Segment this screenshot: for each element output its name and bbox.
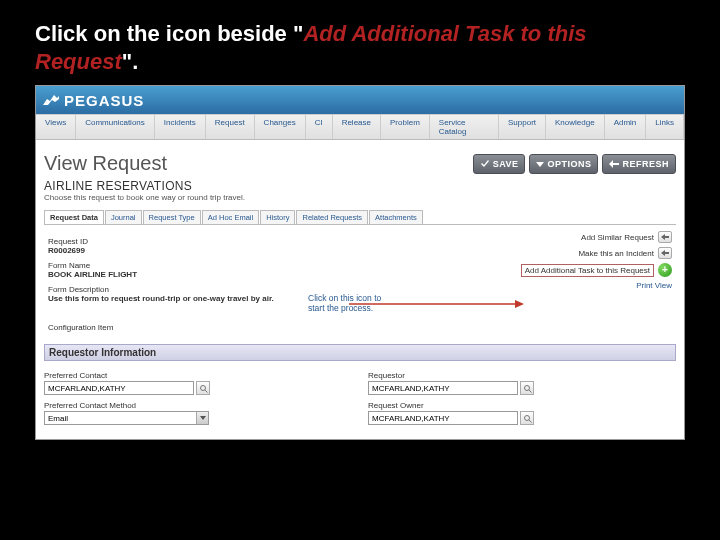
- pref-contact-label: Preferred Contact: [44, 371, 352, 380]
- callout-text: Click on this icon to start the process.: [308, 293, 391, 313]
- menu-release[interactable]: Release: [333, 115, 381, 139]
- form-name-value: BOOK AIRLINE FLIGHT: [48, 270, 391, 279]
- svg-line-7: [529, 420, 532, 423]
- menu-changes[interactable]: Changes: [255, 115, 306, 139]
- save-button[interactable]: SAVE: [473, 154, 526, 174]
- tab-request-type[interactable]: Request Type: [143, 210, 201, 224]
- grid-right: Requestor Request Owner: [368, 371, 676, 431]
- menu-request[interactable]: Request: [206, 115, 255, 139]
- page-title: View Request: [44, 152, 167, 175]
- config-item-label: Configuration Item: [48, 323, 391, 332]
- tab-ad-hoc-email[interactable]: Ad Hoc Email: [202, 210, 259, 224]
- instruction-pre: Click on the icon beside ": [35, 21, 303, 46]
- print-view-link[interactable]: Print View: [636, 281, 672, 290]
- tabs: Request Data Journal Request Type Ad Hoc…: [44, 210, 676, 225]
- plus-icon: +: [662, 265, 668, 275]
- save-label: SAVE: [493, 159, 519, 169]
- arrow-left-icon: [661, 234, 669, 240]
- add-similar-button[interactable]: [658, 231, 672, 243]
- tab-related-requests[interactable]: Related Requests: [296, 210, 368, 224]
- requestor-input[interactable]: [368, 381, 518, 395]
- add-task-line: Add Additional Task to this Request +: [472, 263, 672, 277]
- request-id-value: R0002699: [48, 246, 391, 255]
- pegasus-logo-icon: [42, 92, 60, 108]
- owner-input[interactable]: [368, 411, 518, 425]
- owner-label: Request Owner: [368, 401, 676, 410]
- requestor-label: Requestor: [368, 371, 676, 380]
- tab-request-data[interactable]: Request Data: [44, 210, 104, 224]
- menu-knowledge[interactable]: Knowledge: [546, 115, 605, 139]
- form-area: Request ID R0002699 Form Name BOOK AIRLI…: [44, 225, 676, 338]
- app-header: PEGASUS: [36, 86, 684, 114]
- back-arrow-icon: [609, 160, 619, 168]
- make-incident-label: Make this an Incident: [578, 249, 654, 258]
- menu-communications[interactable]: Communications: [76, 115, 155, 139]
- brand-text: PEGASUS: [64, 92, 144, 109]
- svg-point-6: [524, 415, 529, 420]
- menu-incidents[interactable]: Incidents: [155, 115, 206, 139]
- make-incident-button[interactable]: [658, 247, 672, 259]
- pref-method-label: Preferred Contact Method: [44, 401, 352, 410]
- menu-problem[interactable]: Problem: [381, 115, 430, 139]
- title-bar: View Request SAVE OPTIONS REFRESH: [44, 152, 676, 175]
- search-icon: [523, 414, 532, 423]
- right-column: Add Similar Request Make this an Inciden…: [472, 227, 672, 294]
- options-label: OPTIONS: [547, 159, 591, 169]
- form-name-label: Form Name: [48, 261, 391, 270]
- left-column: Request ID R0002699 Form Name BOOK AIRLI…: [48, 231, 391, 332]
- print-view-line: Print View: [472, 281, 672, 290]
- menu-ci[interactable]: CI: [306, 115, 333, 139]
- svg-point-2: [200, 385, 205, 390]
- chevron-down-icon: [196, 412, 208, 424]
- menu-links[interactable]: Links: [646, 115, 684, 139]
- request-id-label: Request ID: [48, 237, 391, 246]
- menubar: Views Communications Incidents Request C…: [36, 114, 684, 140]
- refresh-label: REFRESH: [622, 159, 669, 169]
- menu-admin[interactable]: Admin: [605, 115, 647, 139]
- search-icon: [199, 384, 208, 393]
- menu-views[interactable]: Views: [36, 115, 76, 139]
- arrow-left-icon: [661, 250, 669, 256]
- svg-line-5: [529, 390, 532, 393]
- pref-method-select[interactable]: Email: [44, 411, 209, 425]
- owner-picker[interactable]: [520, 411, 534, 425]
- grid-left: Preferred Contact Preferred Contact Meth…: [44, 371, 352, 431]
- content-area: View Request SAVE OPTIONS REFRESH AIRLIN…: [36, 140, 684, 439]
- search-icon: [523, 384, 532, 393]
- section-desc: Choose this request to book one way or r…: [44, 193, 676, 202]
- tab-journal[interactable]: Journal: [105, 210, 142, 224]
- section-title: AIRLINE RESERVATIONS: [44, 179, 676, 193]
- menu-support[interactable]: Support: [499, 115, 546, 139]
- requestor-info-bar: Requestor Information: [44, 344, 676, 361]
- instruction-post: ".: [122, 49, 139, 74]
- requestor-picker[interactable]: [520, 381, 534, 395]
- pref-method-value: Email: [48, 414, 68, 423]
- add-similar-label: Add Similar Request: [581, 233, 654, 242]
- svg-marker-1: [515, 300, 524, 308]
- tab-history[interactable]: History: [260, 210, 295, 224]
- refresh-button[interactable]: REFRESH: [602, 154, 676, 174]
- add-task-button[interactable]: +: [658, 263, 672, 277]
- svg-line-3: [205, 390, 208, 393]
- svg-point-4: [524, 385, 529, 390]
- tab-attachments[interactable]: Attachments: [369, 210, 423, 224]
- options-button[interactable]: OPTIONS: [529, 154, 598, 174]
- instruction-text: Click on the icon beside "Add Additional…: [0, 0, 720, 85]
- app-window: PEGASUS Views Communications Incidents R…: [35, 85, 685, 440]
- pref-contact-input[interactable]: [44, 381, 194, 395]
- chevron-down-icon: [536, 160, 544, 168]
- add-similar-line: Add Similar Request: [472, 231, 672, 243]
- form-grid: Preferred Contact Preferred Contact Meth…: [44, 371, 676, 431]
- menu-service-catalog[interactable]: Service Catalog: [430, 115, 499, 139]
- add-task-label: Add Additional Task to this Request: [521, 264, 654, 277]
- check-icon: [480, 159, 490, 169]
- make-incident-line: Make this an Incident: [472, 247, 672, 259]
- button-row: SAVE OPTIONS REFRESH: [473, 154, 676, 174]
- pref-contact-picker[interactable]: [196, 381, 210, 395]
